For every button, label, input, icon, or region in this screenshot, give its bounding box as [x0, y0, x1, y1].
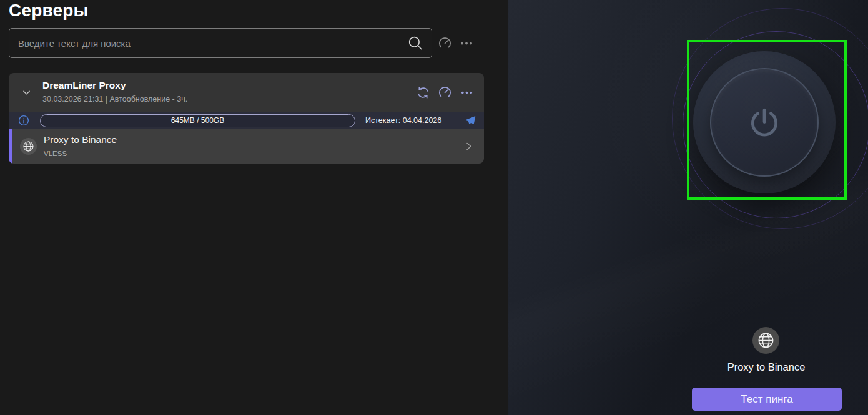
subscription-card: DreamLiner Proxy 30.03.2026 21:31 | Авто… [9, 73, 484, 164]
globe-icon [756, 331, 776, 350]
usage-row: 645MB / 500GB Истекает: 04.04.2026 [9, 112, 484, 129]
ping-test-button[interactable]: Тест пинга [692, 388, 842, 411]
subscription-name: DreamLiner Proxy [42, 80, 126, 91]
chevron-right-icon[interactable] [465, 142, 473, 151]
search-input[interactable] [9, 28, 432, 58]
server-row[interactable]: Proxy to Binance VLESS [9, 129, 484, 164]
power-button[interactable] [693, 51, 836, 193]
subscription-meta: 30.03.2026 21:31 | Автообновление - 3ч. [42, 95, 187, 104]
info-icon[interactable] [18, 115, 29, 126]
selection-indicator [9, 129, 12, 164]
selected-server-name: Proxy to Binance [704, 361, 829, 373]
more-options-icon[interactable] [459, 37, 474, 50]
app-window: Серверы DreamLiner Proxy 30.03.2026 21:3… [0, 0, 868, 415]
power-button-inner [710, 68, 819, 177]
traffic-progress-bar: 645MB / 500GB [40, 114, 355, 127]
servers-panel: Серверы DreamLiner Proxy 30.03.2026 21:3… [0, 0, 508, 415]
server-globe-badge [20, 138, 37, 155]
chevron-down-icon[interactable] [22, 88, 31, 97]
selected-server-badge [752, 327, 779, 354]
page-title: Серверы [9, 1, 89, 21]
subscription-header[interactable]: DreamLiner Proxy 30.03.2026 21:31 | Авто… [9, 73, 484, 112]
speedometer-icon[interactable] [438, 85, 452, 100]
power-icon [747, 105, 781, 139]
speed-test-icon[interactable] [438, 36, 452, 51]
server-name: Proxy to Binance [44, 134, 117, 145]
server-protocol: VLESS [44, 150, 67, 157]
ellipsis-icon[interactable] [460, 85, 474, 100]
connection-panel: Proxy to Binance Тест пинга [508, 0, 868, 415]
globe-icon [22, 140, 35, 153]
telegram-icon[interactable] [465, 115, 476, 126]
refresh-icon[interactable] [416, 85, 430, 100]
expires-label: Истекает: 04.04.2026 [365, 116, 441, 125]
search-icon [407, 35, 423, 51]
